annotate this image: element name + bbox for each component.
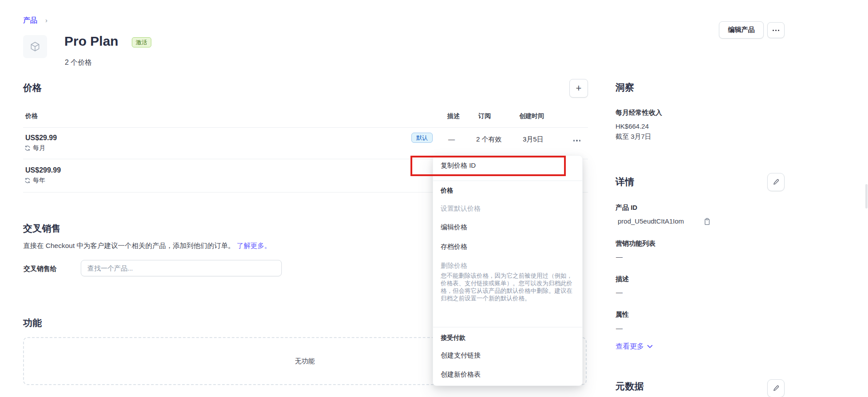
features-empty-label: 无功能 xyxy=(295,357,315,366)
metadata-section-title: 元数据 xyxy=(615,380,644,393)
price-description-cell: — xyxy=(448,135,455,143)
page-title: Pro Plan xyxy=(64,34,118,49)
recurring-icon xyxy=(24,145,31,151)
field-value: — xyxy=(616,288,623,296)
chevron-right-icon: › xyxy=(45,16,47,24)
add-price-button[interactable]: + xyxy=(569,79,588,98)
field-value: — xyxy=(616,324,623,332)
delete-price-disabled-note: 您不能删除该价格，因为它之前被使用过（例如，价格表、支付链接或账单）。您可以改为… xyxy=(441,272,576,302)
mrr-value: HK$664.24 xyxy=(615,122,649,130)
cross-sell-section-title: 交叉销售 xyxy=(23,222,61,235)
ellipsis-icon xyxy=(773,30,774,31)
product-thumbnail xyxy=(23,35,47,58)
column-header-price: 价格 xyxy=(25,112,38,120)
status-badge: 激活 xyxy=(132,37,151,47)
price-count: 2 个价格 xyxy=(65,58,92,67)
scrollbar-thumb[interactable] xyxy=(865,184,868,208)
mrr-as-of: 截至 3月7日 xyxy=(615,133,651,141)
menu-item-set-default-price: 设置默认价格 xyxy=(441,204,481,213)
menu-item-create-payment-link[interactable]: 创建支付链接 xyxy=(441,351,481,360)
pencil-icon xyxy=(773,179,779,185)
pencil-icon xyxy=(773,385,779,392)
edit-product-button[interactable]: 编辑产品 xyxy=(719,21,764,39)
see-more-link[interactable]: 查看更多 xyxy=(615,342,653,351)
price-amount: US$29.99 xyxy=(25,134,57,142)
details-section-title: 详情 xyxy=(615,176,634,188)
product-more-button[interactable] xyxy=(767,22,785,38)
product-id-value: prod_U5eudtCItA1Iom xyxy=(618,217,684,225)
column-header-subscriptions: 订阅 xyxy=(478,112,491,120)
field-label-feature-list: 营销功能列表 xyxy=(615,240,655,248)
price-subscriptions-cell: 2 个有效 xyxy=(476,135,502,144)
breadcrumb-products-link[interactable]: 产品 xyxy=(23,16,37,25)
features-section-title: 功能 xyxy=(23,317,42,329)
menu-group-title-price: 价格 xyxy=(441,187,453,195)
ellipsis-icon xyxy=(573,140,575,142)
chevron-down-icon xyxy=(647,345,653,349)
menu-item-copy-price-id[interactable]: 复制价格 ID xyxy=(441,161,476,170)
price-context-menu: 复制价格 ID 价格 设置默认价格 编辑价格 存档价格 删除价格 您不能删除该价… xyxy=(433,155,583,386)
insights-section-title: 洞察 xyxy=(615,81,634,94)
price-interval: 每年 xyxy=(24,177,45,185)
product-id-label: 产品 ID xyxy=(615,204,637,212)
price-interval: 每月 xyxy=(24,144,45,152)
menu-item-create-pricing-table[interactable]: 创建新价格表 xyxy=(441,370,481,379)
column-header-created: 创建时间 xyxy=(519,112,544,120)
field-label-attributes: 属性 xyxy=(615,311,629,319)
edit-details-button[interactable] xyxy=(767,173,785,191)
prices-section-title: 价格 xyxy=(23,82,42,94)
price-amount: US$299.99 xyxy=(25,166,61,174)
mrr-label: 每月经常性收入 xyxy=(615,109,662,117)
menu-item-delete-price: 删除价格 xyxy=(441,262,467,270)
edit-metadata-button[interactable] xyxy=(767,379,785,397)
menu-item-archive-price[interactable]: 存档价格 xyxy=(441,243,467,251)
product-detail-page: 产品 › Pro Plan 激活 2 个价格 编辑产品 价格 + 价格 描述 订… xyxy=(0,0,868,397)
package-icon xyxy=(29,41,41,52)
recurring-icon xyxy=(24,177,31,184)
menu-divider xyxy=(433,327,582,327)
price-row-overflow-button[interactable] xyxy=(569,136,585,145)
copy-icon[interactable] xyxy=(704,218,710,225)
menu-item-edit-price[interactable]: 编辑价格 xyxy=(441,223,467,232)
cross-sell-field-label: 交叉销售给 xyxy=(24,265,57,273)
column-header-description: 描述 xyxy=(447,112,460,120)
cross-sell-description: 直接在 Checkout 中为客户建议一个相关的产品，添加到他们的订单。 了解更… xyxy=(23,241,271,251)
product-search-input[interactable] xyxy=(81,260,282,276)
menu-divider xyxy=(433,181,582,181)
field-value: — xyxy=(616,253,623,260)
default-badge: 默认 xyxy=(411,133,433,143)
menu-group-title-accept-payments: 接受付款 xyxy=(441,334,466,342)
price-created-cell: 3月5日 xyxy=(523,135,544,144)
table-header-divider xyxy=(23,127,588,128)
field-label-description: 描述 xyxy=(615,275,629,283)
learn-more-link[interactable]: 了解更多。 xyxy=(237,242,271,249)
